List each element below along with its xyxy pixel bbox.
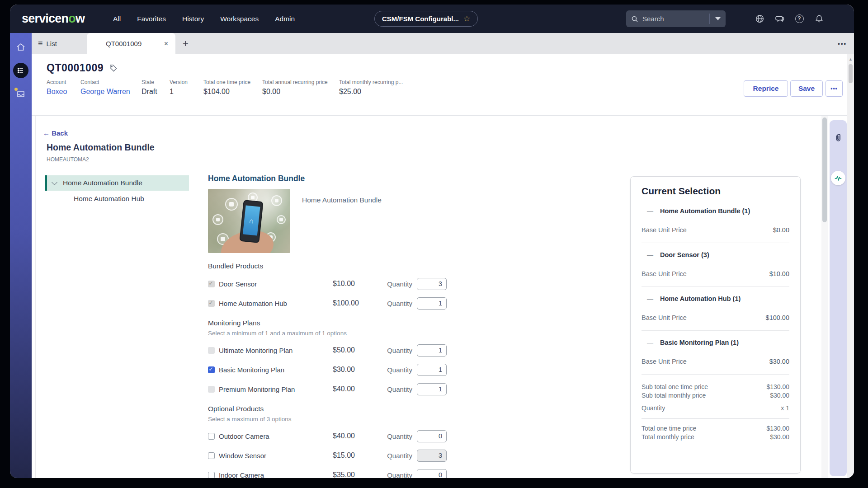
checkbox-door-sensor[interactable] bbox=[208, 281, 215, 287]
price-label: Base Unit Price bbox=[642, 358, 687, 365]
product-name: Door Sensor bbox=[219, 280, 333, 288]
frame-scrollbar[interactable] bbox=[847, 54, 854, 478]
product-price: $40.00 bbox=[333, 385, 383, 393]
context-pill[interactable]: CSM/FSM Configurabl... bbox=[374, 11, 478, 27]
selection-item: Basic Monitoring Plan (1) bbox=[642, 339, 789, 346]
checkbox-basic-plan[interactable] bbox=[208, 366, 215, 373]
content-scrollbar[interactable] bbox=[821, 116, 828, 478]
quantity-input-window-sensor[interactable] bbox=[417, 450, 447, 462]
scroll-up-arrow-icon[interactable] bbox=[847, 57, 854, 61]
checkbox-window-sensor[interactable] bbox=[208, 452, 215, 459]
section-label-bundled: Bundled Products bbox=[208, 262, 452, 270]
checkbox-indoor-camera[interactable] bbox=[208, 472, 215, 479]
product-price: $10.00 bbox=[333, 280, 383, 288]
context-pill-label: CSM/FSM Configurabl... bbox=[382, 15, 459, 23]
checkbox-outdoor-camera[interactable] bbox=[208, 433, 215, 440]
collapse-dash-icon[interactable] bbox=[647, 251, 653, 258]
list-tab-label: List bbox=[47, 40, 57, 47]
product-image-caption: Home Automation Bundle bbox=[302, 196, 382, 253]
checkbox-premium-plan[interactable] bbox=[208, 386, 215, 393]
current-selection-title: Current Selection bbox=[642, 186, 789, 197]
account-link[interactable]: Boxeo bbox=[47, 88, 67, 96]
field-label: Contact bbox=[80, 79, 130, 85]
field-total-monthly: Total monthly recurring p... $25.00 bbox=[339, 79, 403, 96]
section-note-optional: Select a maximum of 3 options bbox=[208, 416, 452, 422]
product-name: Outdoor Camera bbox=[219, 432, 333, 440]
save-button[interactable]: Save bbox=[790, 80, 823, 97]
quantity-input-ultimate-plan[interactable] bbox=[417, 344, 447, 357]
quantity-input-home-automation-hub[interactable] bbox=[417, 297, 447, 310]
globe-icon[interactable] bbox=[755, 14, 764, 23]
checkbox-ultimate-plan[interactable] bbox=[208, 347, 215, 354]
nav-item-all[interactable]: All bbox=[113, 15, 121, 23]
tree-node-bundle[interactable]: Home Automation Bundle bbox=[45, 175, 189, 191]
nav-item-favorites[interactable]: Favorites bbox=[137, 15, 166, 23]
field-version: Version 1 bbox=[170, 79, 188, 96]
tab-list-menu[interactable]: List bbox=[38, 33, 57, 54]
header-more-button[interactable]: ••• bbox=[826, 80, 843, 97]
chevron-down-icon bbox=[52, 179, 57, 185]
checkbox-home-automation-hub[interactable] bbox=[208, 300, 215, 307]
product-price: $40.00 bbox=[333, 432, 383, 440]
inbox-tray-icon[interactable] bbox=[16, 89, 26, 99]
quantity-input-door-sensor[interactable] bbox=[417, 278, 447, 290]
nav-item-workspaces[interactable]: Workspaces bbox=[220, 15, 259, 23]
field-value: 1 bbox=[170, 88, 188, 96]
price-label: Base Unit Price bbox=[642, 314, 687, 321]
notifications-bell-icon[interactable] bbox=[814, 14, 824, 23]
price-label: Base Unit Price bbox=[642, 270, 687, 277]
activity-pulse-button[interactable] bbox=[831, 171, 845, 185]
quantity-summary-row: Quantity x 1 bbox=[642, 404, 789, 413]
quantity-label: Quantity bbox=[383, 432, 412, 440]
total-label: Total one time price bbox=[642, 424, 696, 433]
tag-icon[interactable] bbox=[109, 64, 118, 72]
nav-item-history[interactable]: History bbox=[182, 15, 204, 23]
favorite-star-icon[interactable] bbox=[463, 14, 470, 23]
search-scope-dropdown[interactable] bbox=[709, 14, 726, 24]
active-workspace-list-icon[interactable] bbox=[13, 63, 28, 78]
product-price: $15.00 bbox=[333, 451, 383, 460]
divider bbox=[642, 330, 789, 331]
section-label-optional: Optional Products bbox=[208, 405, 452, 413]
quantity-label: Quantity bbox=[383, 385, 412, 393]
product-name: Window Sensor bbox=[219, 452, 333, 460]
nav-item-admin[interactable]: Admin bbox=[275, 15, 295, 23]
quantity-input-indoor-camera[interactable] bbox=[417, 469, 447, 479]
tab-quote[interactable]: QT0001009 bbox=[87, 33, 175, 54]
quantity-label: Quantity bbox=[383, 471, 412, 479]
back-link[interactable]: Back bbox=[43, 129, 68, 137]
close-tab-icon[interactable] bbox=[164, 40, 168, 48]
chat-icon[interactable] bbox=[774, 14, 784, 23]
content-scrollbar-thumb[interactable] bbox=[822, 117, 827, 222]
contact-link[interactable]: George Warren bbox=[80, 88, 130, 96]
price-value: $0.00 bbox=[773, 226, 789, 234]
servicenow-logo[interactable]: servicenow bbox=[22, 5, 85, 33]
frame-scrollbar-thumb[interactable] bbox=[849, 64, 853, 83]
search-input[interactable] bbox=[642, 15, 697, 23]
attachment-paperclip-icon[interactable] bbox=[833, 133, 843, 143]
product-name: Indoor Camera bbox=[219, 471, 333, 479]
reprice-button[interactable]: Reprice bbox=[744, 80, 788, 97]
quantity-label: Quantity bbox=[383, 280, 412, 288]
collapse-dash-icon[interactable] bbox=[647, 339, 653, 346]
tree-node-hub[interactable]: Home Automation Hub bbox=[74, 195, 144, 203]
new-tab-button[interactable] bbox=[183, 33, 189, 54]
selection-item-name: Door Sensor (3) bbox=[660, 251, 709, 258]
left-rail bbox=[10, 33, 32, 478]
home-icon[interactable] bbox=[16, 42, 26, 52]
field-value: $0.00 bbox=[262, 88, 328, 96]
collapse-dash-icon[interactable] bbox=[647, 295, 653, 302]
question-mark-icon bbox=[795, 14, 804, 23]
tab-strip-more-button[interactable]: ••• bbox=[838, 33, 847, 54]
quantity-input-outdoor-camera[interactable] bbox=[417, 430, 447, 442]
subtotal-label: Sub total monthly price bbox=[642, 391, 706, 400]
quantity-input-basic-plan[interactable] bbox=[417, 364, 447, 376]
global-search[interactable] bbox=[626, 10, 726, 27]
divider bbox=[642, 374, 789, 375]
help-icon[interactable] bbox=[794, 14, 804, 23]
search-icon bbox=[631, 15, 638, 23]
collapse-dash-icon[interactable] bbox=[647, 207, 653, 215]
quantity-label: Quantity bbox=[383, 452, 412, 460]
field-label: Total one time price bbox=[203, 79, 250, 85]
quantity-input-premium-plan[interactable] bbox=[417, 383, 447, 395]
